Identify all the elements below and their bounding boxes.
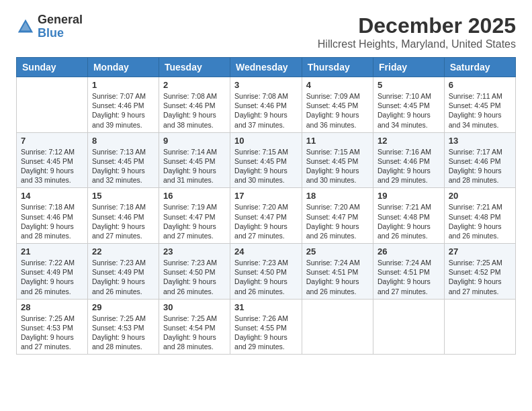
calendar-cell: 14Sunrise: 7:18 AMSunset: 4:46 PMDayligh…	[17, 188, 88, 244]
day-info: Sunrise: 7:20 AMSunset: 4:47 PMDaylight:…	[306, 202, 369, 240]
day-info: Sunrise: 7:12 AMSunset: 4:45 PMDaylight:…	[21, 147, 83, 185]
day-info: Sunrise: 7:13 AMSunset: 4:45 PMDaylight:…	[92, 147, 154, 185]
day-number: 12	[378, 136, 440, 146]
logo-blue: Blue	[38, 27, 83, 40]
logo-general: General	[38, 13, 83, 27]
calendar-table: SundayMondayTuesdayWednesdayThursdayFrid…	[16, 57, 516, 355]
day-info: Sunrise: 7:15 AMSunset: 4:45 PMDaylight:…	[234, 147, 298, 185]
day-info: Sunrise: 7:19 AMSunset: 4:47 PMDaylight:…	[163, 202, 226, 240]
day-number: 3	[234, 80, 298, 90]
subtitle: Hillcrest Heights, Maryland, United Stat…	[318, 38, 516, 50]
day-number: 28	[21, 302, 83, 312]
calendar-week-row: 1Sunrise: 7:07 AMSunset: 4:46 PMDaylight…	[17, 77, 516, 133]
calendar-cell: 29Sunrise: 7:25 AMSunset: 4:53 PMDayligh…	[87, 299, 159, 355]
day-info: Sunrise: 7:25 AMSunset: 4:54 PMDaylight:…	[163, 314, 226, 352]
day-info: Sunrise: 7:22 AMSunset: 4:49 PMDaylight:…	[21, 258, 83, 296]
calendar-day-header: Wednesday	[230, 58, 302, 77]
calendar-week-row: 7Sunrise: 7:12 AMSunset: 4:45 PMDaylight…	[17, 132, 516, 188]
calendar-cell: 26Sunrise: 7:24 AMSunset: 4:51 PMDayligh…	[373, 244, 445, 300]
day-info: Sunrise: 7:08 AMSunset: 4:46 PMDaylight:…	[163, 91, 226, 130]
day-info: Sunrise: 7:24 AMSunset: 4:51 PMDaylight:…	[306, 258, 369, 296]
calendar-cell: 24Sunrise: 7:23 AMSunset: 4:50 PMDayligh…	[230, 244, 302, 300]
day-info: Sunrise: 7:25 AMSunset: 4:53 PMDaylight:…	[21, 314, 83, 352]
day-number: 26	[378, 246, 440, 257]
calendar-cell: 8Sunrise: 7:13 AMSunset: 4:45 PMDaylight…	[87, 132, 159, 188]
logo-icon	[16, 17, 35, 36]
calendar-cell: 13Sunrise: 7:17 AMSunset: 4:46 PMDayligh…	[444, 132, 515, 188]
calendar-cell: 17Sunrise: 7:20 AMSunset: 4:47 PMDayligh…	[230, 188, 302, 244]
calendar-cell	[444, 299, 515, 355]
calendar-cell: 1Sunrise: 7:07 AMSunset: 4:46 PMDaylight…	[87, 77, 159, 133]
day-number: 13	[449, 136, 511, 146]
day-number: 31	[234, 302, 298, 312]
calendar-cell: 6Sunrise: 7:11 AMSunset: 4:45 PMDaylight…	[444, 77, 515, 133]
logo: General Blue	[16, 13, 83, 40]
calendar-cell: 22Sunrise: 7:23 AMSunset: 4:49 PMDayligh…	[87, 244, 159, 300]
day-number: 21	[21, 246, 83, 257]
day-number: 8	[92, 136, 154, 146]
day-number: 11	[306, 136, 369, 146]
day-info: Sunrise: 7:25 AMSunset: 4:52 PMDaylight:…	[449, 258, 511, 296]
day-number: 18	[306, 191, 369, 201]
day-info: Sunrise: 7:23 AMSunset: 4:50 PMDaylight:…	[163, 258, 226, 296]
day-info: Sunrise: 7:23 AMSunset: 4:50 PMDaylight:…	[234, 258, 298, 296]
day-info: Sunrise: 7:08 AMSunset: 4:46 PMDaylight:…	[234, 91, 298, 130]
day-info: Sunrise: 7:14 AMSunset: 4:45 PMDaylight:…	[163, 147, 226, 185]
day-number: 15	[92, 191, 154, 201]
day-info: Sunrise: 7:21 AMSunset: 4:48 PMDaylight:…	[378, 202, 440, 240]
calendar-day-header: Thursday	[302, 58, 373, 77]
day-number: 22	[92, 246, 154, 257]
calendar-cell: 16Sunrise: 7:19 AMSunset: 4:47 PMDayligh…	[159, 188, 230, 244]
calendar-week-row: 14Sunrise: 7:18 AMSunset: 4:46 PMDayligh…	[17, 188, 516, 244]
main-title: December 2025	[318, 13, 516, 38]
day-number: 2	[163, 80, 226, 90]
calendar-cell: 3Sunrise: 7:08 AMSunset: 4:46 PMDaylight…	[230, 77, 302, 133]
day-number: 14	[21, 191, 83, 201]
calendar-week-row: 28Sunrise: 7:25 AMSunset: 4:53 PMDayligh…	[17, 299, 516, 355]
calendar-header-row: SundayMondayTuesdayWednesdayThursdayFrid…	[17, 58, 516, 77]
day-info: Sunrise: 7:15 AMSunset: 4:45 PMDaylight:…	[306, 147, 369, 185]
calendar-cell: 31Sunrise: 7:26 AMSunset: 4:55 PMDayligh…	[230, 299, 302, 355]
calendar-cell: 10Sunrise: 7:15 AMSunset: 4:45 PMDayligh…	[230, 132, 302, 188]
day-info: Sunrise: 7:23 AMSunset: 4:49 PMDaylight:…	[92, 258, 154, 296]
day-info: Sunrise: 7:24 AMSunset: 4:51 PMDaylight:…	[378, 258, 440, 296]
day-info: Sunrise: 7:20 AMSunset: 4:47 PMDaylight:…	[234, 202, 298, 240]
day-info: Sunrise: 7:18 AMSunset: 4:46 PMDaylight:…	[92, 202, 154, 240]
day-number: 1	[92, 80, 154, 90]
logo-text: General Blue	[38, 13, 83, 40]
calendar-cell: 9Sunrise: 7:14 AMSunset: 4:45 PMDaylight…	[159, 132, 230, 188]
calendar-day-header: Monday	[87, 58, 159, 77]
calendar-cell: 28Sunrise: 7:25 AMSunset: 4:53 PMDayligh…	[17, 299, 88, 355]
calendar-cell: 5Sunrise: 7:10 AMSunset: 4:45 PMDaylight…	[373, 77, 445, 133]
day-info: Sunrise: 7:16 AMSunset: 4:46 PMDaylight:…	[378, 147, 440, 185]
calendar-week-row: 21Sunrise: 7:22 AMSunset: 4:49 PMDayligh…	[17, 244, 516, 300]
calendar-day-header: Friday	[373, 58, 445, 77]
day-number: 17	[234, 191, 298, 201]
calendar-cell: 18Sunrise: 7:20 AMSunset: 4:47 PMDayligh…	[302, 188, 373, 244]
calendar-cell: 30Sunrise: 7:25 AMSunset: 4:54 PMDayligh…	[159, 299, 230, 355]
calendar-cell: 20Sunrise: 7:21 AMSunset: 4:48 PMDayligh…	[444, 188, 515, 244]
day-number: 9	[163, 136, 226, 146]
day-number: 6	[449, 80, 511, 90]
calendar-cell: 15Sunrise: 7:18 AMSunset: 4:46 PMDayligh…	[87, 188, 159, 244]
day-info: Sunrise: 7:09 AMSunset: 4:45 PMDaylight:…	[306, 91, 369, 130]
title-block: December 2025 Hillcrest Heights, Marylan…	[318, 13, 516, 50]
calendar-cell: 23Sunrise: 7:23 AMSunset: 4:50 PMDayligh…	[159, 244, 230, 300]
day-number: 29	[92, 302, 154, 312]
calendar-cell: 11Sunrise: 7:15 AMSunset: 4:45 PMDayligh…	[302, 132, 373, 188]
calendar-day-header: Saturday	[444, 58, 515, 77]
day-info: Sunrise: 7:26 AMSunset: 4:55 PMDaylight:…	[234, 314, 298, 352]
day-number: 5	[378, 80, 440, 90]
calendar-cell	[373, 299, 445, 355]
day-number: 30	[163, 302, 226, 312]
day-info: Sunrise: 7:11 AMSunset: 4:45 PMDaylight:…	[449, 91, 511, 130]
calendar-day-header: Sunday	[17, 58, 88, 77]
day-info: Sunrise: 7:18 AMSunset: 4:46 PMDaylight:…	[21, 202, 83, 240]
calendar-cell: 21Sunrise: 7:22 AMSunset: 4:49 PMDayligh…	[17, 244, 88, 300]
calendar-day-header: Tuesday	[159, 58, 230, 77]
day-number: 24	[234, 246, 298, 257]
day-number: 27	[449, 246, 511, 257]
calendar-cell: 2Sunrise: 7:08 AMSunset: 4:46 PMDaylight…	[159, 77, 230, 133]
day-info: Sunrise: 7:25 AMSunset: 4:53 PMDaylight:…	[92, 314, 154, 352]
page-header: General Blue December 2025 Hillcrest Hei…	[16, 13, 516, 50]
